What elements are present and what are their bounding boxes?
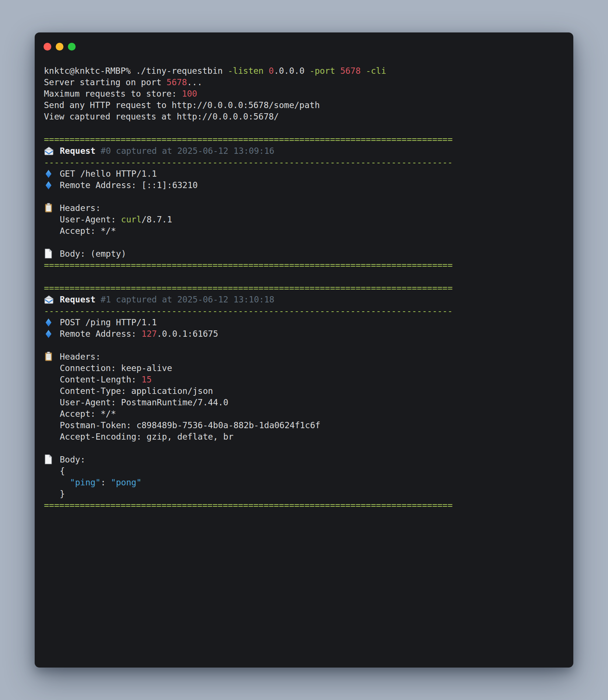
text-segment: 15 [141, 375, 152, 384]
text-segment: Accept-Encoding: gzip, deflate, br [60, 432, 234, 441]
text-segment: ----------------------------------------… [44, 306, 453, 316]
request-1-body-open-brace: { [44, 465, 564, 477]
text-segment: { [60, 466, 65, 476]
text-segment: Body: [60, 455, 85, 464]
text-segment: -port [310, 66, 340, 76]
request-0-header: Request #0 captured at 2025-06-12 13:09:… [44, 145, 564, 157]
small-blue-diamond-icon [44, 180, 60, 191]
text-segment: Maximum requests to store: [44, 89, 182, 98]
text-segment: 5678 [166, 77, 187, 87]
request-1-header-accept: Accept: */* [44, 408, 564, 420]
text-segment: /8.7.1 [141, 215, 172, 224]
blank-line [44, 271, 564, 283]
text-segment: Accept: */* [60, 409, 116, 419]
request-1-remote-line: Remote Address: 127.0.0.1:61675 [44, 328, 564, 340]
terminal-window: knktc@knktc-RMBP% ./tiny-requestbin -lis… [35, 32, 573, 668]
blank-line [44, 122, 564, 134]
small-blue-diamond-icon [44, 168, 60, 180]
text-segment: ========================================… [44, 500, 453, 510]
text-segment: Server starting on port [44, 77, 166, 87]
text-segment: Accept: */* [60, 226, 116, 236]
text-segment: .0.0.0 [274, 66, 310, 76]
request-1-headers-title: Headers: [44, 351, 564, 363]
request-1-header-accept-encoding: Accept-Encoding: gzip, deflate, br [44, 431, 564, 443]
separator-double: ========================================… [44, 283, 564, 294]
text-segment: Headers: [60, 203, 101, 213]
page-facing-up-icon [44, 454, 60, 465]
text-segment: ========================================… [44, 260, 453, 270]
blank-line [44, 443, 564, 454]
request-1-body-json-pair: "ping": "pong" [44, 477, 564, 488]
text-segment: GET /hello HTTP/1.1 [60, 169, 157, 179]
request-1-method-line: POST /ping HTTP/1.1 [44, 317, 564, 328]
text-segment: Request [60, 146, 101, 156]
text-segment: ========================================… [44, 135, 453, 144]
request-1-header-content-type: Content-Type: application/json [44, 385, 564, 397]
request-0-body-line: Body: (empty) [44, 248, 564, 260]
text-segment: curl [121, 215, 141, 224]
clipboard-icon [44, 202, 60, 214]
request-1-header-connection: Connection: keep-alive [44, 363, 564, 374]
text-segment: 100 [182, 89, 197, 98]
text-segment: -listen [228, 66, 269, 76]
text-segment: Postman-Token: c898489b-7536-4b0a-882b-1… [60, 420, 320, 430]
separator-dashed: ----------------------------------------… [44, 157, 564, 168]
incoming-envelope-icon [44, 145, 60, 157]
request-1-body-line: Body: [44, 454, 564, 465]
text-segment: "pong" [111, 478, 141, 487]
text-segment: 127 [142, 329, 157, 339]
blank-line [44, 191, 564, 202]
send-hint-line: Send any HTTP request to http://0.0.0.0:… [44, 100, 564, 111]
request-0-header-accept: Accept: */* [44, 225, 564, 237]
text-segment: ... [187, 77, 203, 87]
terminal-output: knktc@knktc-RMBP% ./tiny-requestbin -lis… [35, 51, 573, 511]
text-segment: Remote Address: [::1]:63210 [60, 180, 198, 190]
text-segment: User-Agent: [60, 215, 121, 224]
minimize-button[interactable] [56, 43, 63, 51]
separator-dashed: ----------------------------------------… [44, 305, 564, 317]
text-segment: Content-Type: application/json [60, 386, 213, 396]
close-button[interactable] [44, 43, 51, 51]
zoom-button[interactable] [68, 43, 76, 51]
blank-line [44, 340, 564, 351]
request-0-remote-line: Remote Address: [::1]:63210 [44, 180, 564, 191]
request-1-header: Request #1 captured at 2025-06-12 13:10:… [44, 294, 564, 305]
text-segment: "ping" [70, 478, 101, 487]
max-requests-line: Maximum requests to store: 100 [44, 88, 564, 100]
text-segment: Content-Length: [60, 375, 142, 384]
text-segment: Connection: keep-alive [60, 363, 172, 373]
text-segment: knktc@knktc-RMBP% ./tiny-requestbin [44, 66, 228, 76]
text-segment: #1 captured at 2025-06-12 13:10:18 [101, 295, 274, 304]
small-blue-diamond-icon [44, 317, 60, 328]
separator-double: ========================================… [44, 260, 564, 271]
text-segment: : [101, 478, 111, 487]
window-titlebar [35, 32, 573, 51]
incoming-envelope-icon [44, 294, 60, 305]
separator-double: ========================================… [44, 134, 564, 145]
text-segment: -cli [366, 66, 386, 76]
request-1-body-close-brace: } [44, 488, 564, 500]
view-hint-line: View captured requests at http://0.0.0.0… [44, 111, 564, 122]
text-segment: POST /ping HTTP/1.1 [60, 318, 157, 327]
clipboard-icon [44, 351, 60, 363]
text-segment: 5678 [340, 66, 366, 76]
request-0-method-line: GET /hello HTTP/1.1 [44, 168, 564, 180]
command-line: knktc@knktc-RMBP% ./tiny-requestbin -lis… [44, 65, 564, 77]
text-segment: ----------------------------------------… [44, 157, 453, 167]
blank-line [44, 237, 564, 248]
request-1-header-content-length: Content-Length: 15 [44, 374, 564, 385]
text-segment: #0 captured at 2025-06-12 13:09:16 [101, 146, 274, 156]
text-segment: Request [60, 295, 101, 304]
text-segment: Body: (empty) [60, 249, 126, 259]
request-0-header-user-agent: User-Agent: curl/8.7.1 [44, 214, 564, 225]
small-blue-diamond-icon [44, 328, 60, 340]
text-segment: Send any HTTP request to http://0.0.0.0:… [44, 100, 320, 110]
text-segment: Remote Address: [60, 329, 142, 339]
text-segment: User-Agent: PostmanRuntime/7.44.0 [60, 398, 228, 407]
text-segment: } [60, 489, 65, 499]
request-1-header-user-agent: User-Agent: PostmanRuntime/7.44.0 [44, 397, 564, 408]
request-1-header-postman-token: Postman-Token: c898489b-7536-4b0a-882b-1… [44, 420, 564, 431]
page-facing-up-icon [44, 248, 60, 260]
text-segment: ========================================… [44, 283, 453, 293]
text-segment: 0 [269, 66, 274, 76]
